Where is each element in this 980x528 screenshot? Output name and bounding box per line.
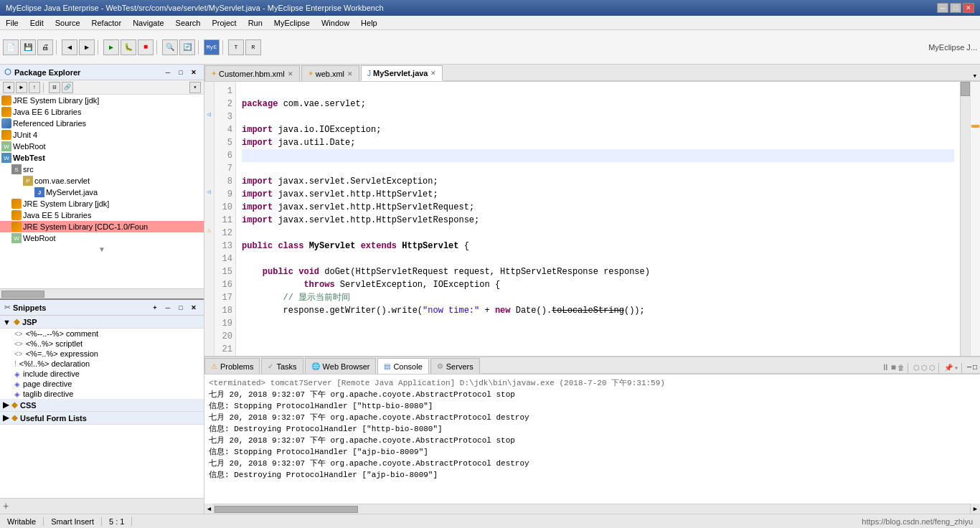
editor-scrollbar[interactable] (960, 82, 970, 356)
ruler-mark-warn (971, 125, 979, 128)
code-editor[interactable]: package com.vae.servlet; import java.io.… (236, 82, 960, 356)
tree-item-javaee5[interactable]: Java EE 5 Libraries (0, 209, 204, 221)
tree-item-jre-cdc[interactable]: JRE System Library [CDC-1.0/Foun (0, 221, 204, 232)
menu-refactor[interactable]: Refactor (86, 17, 128, 29)
snippets-item-scriptlet[interactable]: <> <%..%> scriptlet (0, 339, 204, 349)
pe-back-btn[interactable]: ◀ (3, 82, 14, 93)
menu-source[interactable]: Source (50, 17, 86, 29)
tab-problems[interactable]: ⚠ Problems (204, 358, 260, 374)
tab-console[interactable]: ▤ Console (377, 358, 428, 374)
pe-link-btn[interactable]: 🔗 (62, 82, 73, 93)
pe-collapse-btn[interactable]: ⊟ (49, 82, 60, 93)
tab-myservlet-close[interactable]: ✕ (430, 70, 436, 77)
console-btn3[interactable]: ⬡ (929, 364, 936, 372)
toolbar-forward[interactable]: ▶ (79, 39, 95, 55)
menu-file[interactable]: File (0, 17, 24, 29)
toolbar-open-res[interactable]: R (245, 39, 261, 55)
snippets-item-taglib[interactable]: ◈ taglib directive (0, 389, 204, 399)
status-writable: Writable (0, 517, 44, 526)
maximize-button[interactable]: □ (950, 3, 961, 13)
console-btn1[interactable]: ⬡ (913, 364, 920, 372)
editor-scroll-thumb[interactable] (961, 82, 970, 96)
snippets-category-css[interactable]: ▶ ◆ CSS (0, 399, 204, 412)
toolbar-open-type[interactable]: T (228, 39, 244, 55)
console-clear-btn[interactable]: 🗑 (897, 364, 905, 372)
console-pin-btn[interactable]: 📌 (944, 364, 953, 372)
menu-window[interactable]: Window (316, 17, 355, 29)
toolbar-stop[interactable]: ■ (138, 39, 154, 55)
toolbar-debug[interactable]: 🐛 (121, 39, 136, 55)
close-button[interactable]: ✕ (963, 3, 974, 13)
toolbar-refresh[interactable]: 🔄 (179, 39, 195, 55)
menu-run[interactable]: Run (242, 17, 268, 29)
menu-myeclipse[interactable]: MyEclipse (268, 17, 316, 29)
tree-item-reflibs[interactable]: Referenced Libraries (0, 118, 204, 129)
tree-item-src[interactable]: S src (0, 164, 204, 175)
tree-item-package[interactable]: P com.vae.servlet (0, 175, 204, 187)
snippets-item-comment[interactable]: <> <%--..--%> comment (0, 329, 204, 339)
left-hscroll-thumb[interactable] (1, 291, 44, 298)
menu-help[interactable]: Help (355, 17, 383, 29)
tab-tasks[interactable]: ✓ Tasks (261, 358, 303, 374)
snippets-item-expression[interactable]: <> <%=..%> expression (0, 349, 204, 359)
pe-up-btn[interactable]: ↑ (29, 82, 40, 93)
toolbar-new[interactable]: 📄 (3, 39, 19, 55)
tree-item-javaee6[interactable]: Java EE 6 Libraries (0, 106, 204, 118)
tab-web-xml[interactable]: ✦ web.xml ✕ (301, 65, 359, 81)
snippets-item-declaration[interactable]: ! <%!..%> declaration (0, 359, 204, 369)
snippets-category-useful-forms[interactable]: ▶ ◆ Useful Form Lists (0, 412, 204, 425)
console-scroll-lock[interactable]: ⏸ (881, 362, 890, 373)
editor-tab-menu-btn[interactable]: ▾ (972, 71, 977, 80)
tree-item-jre-jdk[interactable]: JRE System Library [jdk] (0, 95, 204, 106)
console-menu-btn[interactable]: ▾ (954, 364, 958, 372)
tab-web-browser[interactable]: 🌐 Web Browser (305, 358, 377, 374)
toolbar-search[interactable]: 🔍 (162, 39, 178, 55)
minimize-button[interactable]: ─ (937, 3, 948, 13)
snippets-add-btn[interactable]: + (3, 501, 9, 512)
tab-servers[interactable]: ⚙ Servers (430, 358, 480, 374)
snippets-maximize-btn[interactable]: □ (175, 302, 187, 314)
snippets-comment-icon: <> (14, 330, 23, 338)
console-terminate-btn[interactable]: ■ (891, 363, 896, 373)
snippets-category-jsp[interactable]: ▼ ◆ JSP (0, 316, 204, 329)
menu-project[interactable]: Project (206, 17, 242, 29)
tree-item-junit4[interactable]: JUnit 4 (0, 129, 204, 141)
tab-myservlet[interactable]: J MyServlet.java ✕ (361, 65, 443, 81)
tree-item-myservlet[interactable]: J MyServlet.java (0, 187, 204, 198)
maximize-panel-icon[interactable]: □ (175, 67, 187, 78)
hscroll-right-btn[interactable]: ▶ (970, 504, 980, 514)
package-explorer-tree[interactable]: JRE System Library [jdk] Java EE 6 Libra… (0, 95, 204, 288)
close-panel-icon[interactable]: ✕ (188, 67, 199, 78)
console-content[interactable]: <terminated> tomcat7Server [Remote Java … (204, 374, 980, 504)
console-minimize-btn[interactable]: ─ (967, 364, 971, 372)
snippets-new-btn[interactable]: + (149, 302, 161, 314)
tree-item-webtest[interactable]: W WebTest (0, 152, 204, 164)
menu-edit[interactable]: Edit (24, 17, 50, 29)
toolbar-run[interactable]: ▶ (103, 39, 119, 55)
hscroll-thumb[interactable] (215, 506, 358, 513)
console-btn2[interactable]: ⬡ (921, 364, 928, 372)
toolbar-save[interactable]: 💾 (20, 39, 36, 55)
pe-menu-btn[interactable]: ▾ (189, 82, 201, 93)
snippets-item-page[interactable]: ◈ page directive (0, 379, 204, 389)
snippets-item-include[interactable]: ◈ include directive (0, 369, 204, 379)
pe-forward-btn[interactable]: ▶ (16, 82, 27, 93)
snippets-tree[interactable]: ▼ ◆ JSP <> <%--..--%> comment <> <%..%> … (0, 316, 204, 498)
tab-customer-hbm[interactable]: ✦ Customer.hbm.xml ✕ (204, 65, 300, 81)
tree-item-webroot-bottom[interactable]: W WebRoot (0, 232, 204, 244)
tab-customer-hbm-close[interactable]: ✕ (288, 70, 293, 77)
menu-search[interactable]: Search (170, 17, 207, 29)
menu-navigate[interactable]: Navigate (127, 17, 169, 29)
tab-web-xml-close[interactable]: ✕ (347, 70, 353, 77)
tree-item-webroot-top[interactable]: W WebRoot (0, 141, 204, 152)
toolbar-perspective[interactable]: MyE (204, 39, 220, 55)
snippets-close-btn[interactable]: ✕ (188, 302, 199, 314)
minimize-panel-icon[interactable]: ─ (162, 67, 174, 78)
tree-item-jre-jdk2[interactable]: JRE System Library [jdk] (0, 198, 204, 209)
myservlet-java-icon: J (34, 187, 44, 197)
hscroll-left-btn[interactable]: ◀ (204, 504, 215, 514)
toolbar-print[interactable]: 🖨 (37, 39, 53, 55)
snippets-minimize-btn[interactable]: ─ (162, 302, 174, 314)
toolbar-back[interactable]: ◀ (62, 39, 77, 55)
console-maximize-btn[interactable]: □ (973, 364, 977, 372)
